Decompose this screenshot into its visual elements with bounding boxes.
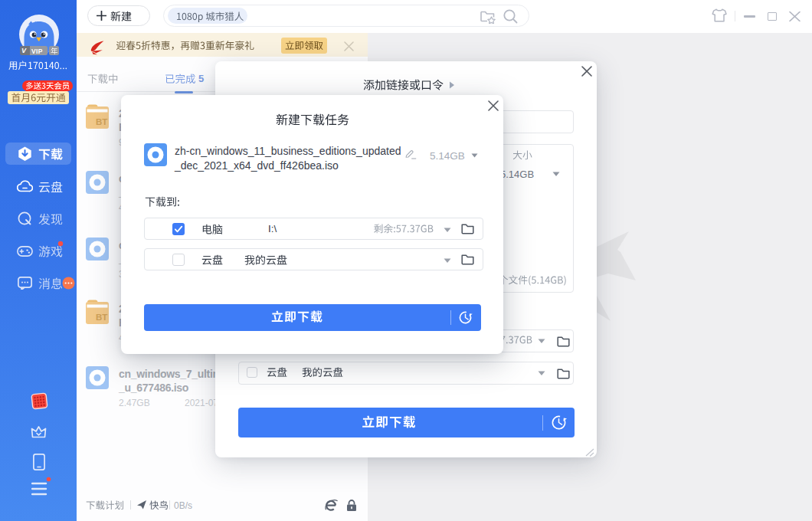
svg-text:BT: BT xyxy=(96,117,107,126)
svg-text:BT: BT xyxy=(96,313,107,322)
